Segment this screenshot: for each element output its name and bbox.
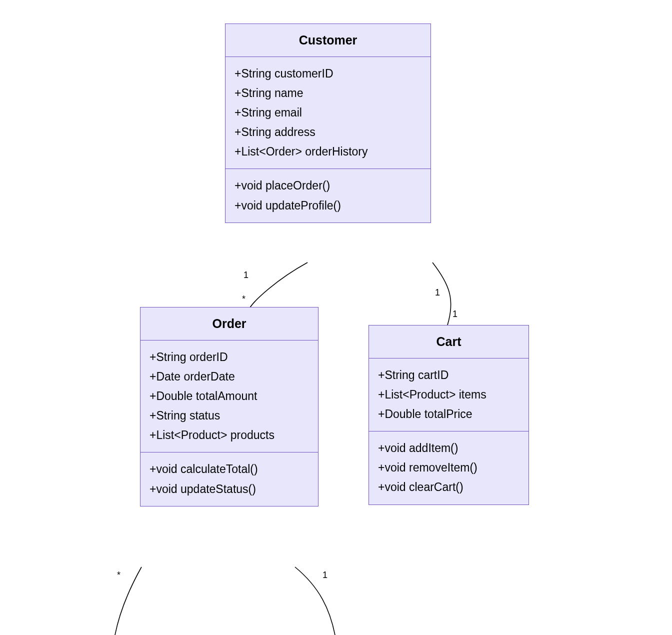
- attr: +String email: [234, 103, 422, 122]
- attr: +String name: [234, 84, 422, 103]
- class-methods: +void calculateTotal() +void updateStatu…: [140, 452, 318, 506]
- attr: +String orderID: [150, 348, 309, 367]
- attr: +String address: [234, 122, 422, 142]
- class-customer: Customer +String customerID +String name…: [225, 24, 431, 223]
- method: +void updateStatus(): [150, 480, 309, 499]
- multiplicity-label: 1: [452, 309, 458, 320]
- multiplicity-label: 1: [322, 570, 328, 580]
- method: +void clearCart(): [378, 478, 520, 497]
- class-order: Order +String orderID +Date orderDate +D…: [140, 307, 318, 506]
- method: +void calculateTotal(): [150, 460, 309, 479]
- multiplicity-label: 1: [244, 270, 248, 280]
- multiplicity-label: *: [242, 294, 246, 304]
- attr: +List<Order> orderHistory: [234, 142, 422, 162]
- attr: +List<Product> products: [150, 426, 309, 445]
- class-attributes: +String cartID +List<Product> items +Dou…: [369, 358, 528, 432]
- method: +void updateProfile(): [234, 196, 422, 216]
- attr: +List<Product> items: [378, 385, 520, 404]
- class-attributes: +String customerID +String name +String …: [226, 57, 430, 169]
- method: +void placeOrder(): [234, 176, 422, 196]
- attr: +String status: [150, 406, 309, 426]
- class-title: Customer: [226, 24, 430, 57]
- attr: +Double totalAmount: [150, 386, 309, 406]
- attr: +String customerID: [234, 64, 422, 84]
- class-methods: +void addItem() +void removeItem() +void…: [369, 432, 528, 504]
- class-cart: Cart +String cartID +List<Product> items…: [368, 325, 529, 505]
- class-title: Cart: [369, 326, 528, 358]
- attr: +Double totalPrice: [378, 404, 520, 424]
- method: +void addItem(): [378, 438, 520, 458]
- class-attributes: +String orderID +Date orderDate +Double …: [140, 340, 318, 452]
- multiplicity-label: *: [117, 570, 120, 580]
- class-title: Order: [140, 308, 318, 340]
- class-methods: +void placeOrder() +void updateProfile(): [226, 169, 430, 222]
- multiplicity-label: 1: [435, 288, 440, 298]
- method: +void removeItem(): [378, 458, 520, 478]
- attr: +Date orderDate: [150, 367, 309, 386]
- attr: +String cartID: [378, 366, 520, 385]
